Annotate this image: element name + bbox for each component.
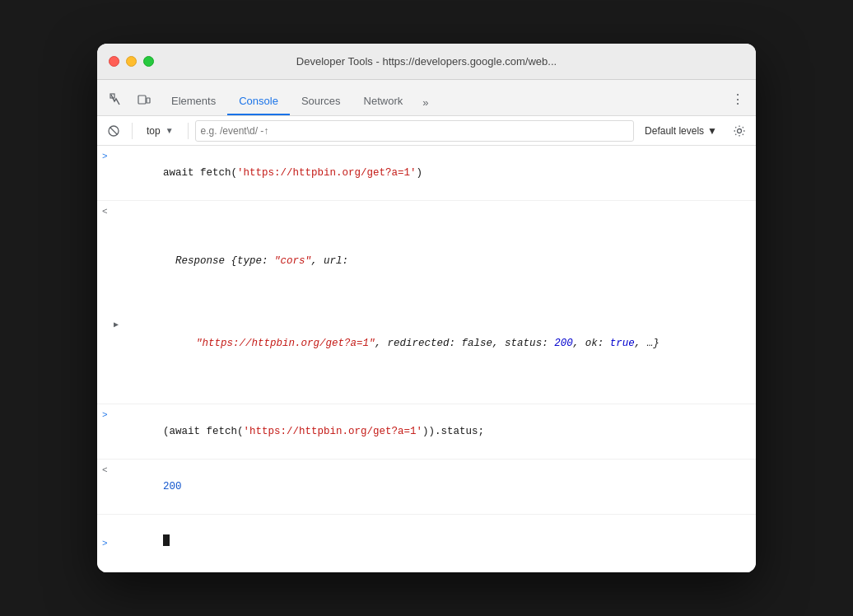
inspect-element-icon[interactable] (104, 87, 128, 112)
traffic-lights (109, 56, 154, 67)
console-live-input[interactable] (114, 518, 756, 568)
context-dropdown-arrow: ▼ (165, 126, 174, 135)
console-toolbar: top ▼ Default levels ▼ (97, 116, 756, 146)
console-row-4: < 200 (97, 460, 756, 515)
tab-more-button[interactable]: » (414, 90, 436, 115)
minimize-button[interactable] (126, 56, 137, 67)
response-line-2: ▶ "https://httpbin.org/get?a=1", redirec… (114, 319, 748, 368)
output-arrow-4: < (97, 462, 114, 478)
svg-point-5 (738, 128, 742, 133)
cursor (163, 534, 170, 546)
filter-input[interactable] (201, 125, 628, 137)
window-title: Developer Tools - https://developers.goo… (296, 55, 557, 68)
code-url-1: 'https://httpbin.org/get?a=1' (237, 167, 417, 179)
console-row-3: > (await fetch('https://httpbin.org/get?… (97, 404, 756, 460)
devtools-tabs-bar: Elements Console Sources Network » ⋮ (97, 80, 756, 116)
row-content-3: (await fetch('https://httpbin.org/get?a=… (114, 407, 756, 456)
input-arrow-3: > (97, 407, 114, 423)
console-row-2: < Response {type: "cors", url: ▶ "https:… (97, 201, 756, 404)
response-line-1: Response {type: "cors", url: (114, 236, 748, 286)
levels-selector[interactable]: Default levels ▼ (637, 120, 725, 142)
row-content-4: 200 (114, 462, 756, 511)
row-content-2: Response {type: "cors", url: ▶ "https://… (114, 203, 756, 401)
code-close-1: ) (417, 167, 423, 179)
toolbar-divider-1 (132, 123, 133, 139)
title-bar: Developer Tools - https://developers.goo… (97, 44, 756, 80)
svg-line-4 (110, 127, 118, 134)
maximize-button[interactable] (143, 56, 154, 67)
context-value: top (147, 125, 161, 137)
console-input-row[interactable]: > (97, 515, 756, 572)
tab-elements[interactable]: Elements (160, 88, 227, 115)
input-arrow-1: > (97, 148, 114, 165)
devtools-window: Developer Tools - https://developers.goo… (97, 44, 756, 572)
expand-arrow-icon[interactable]: ▶ (114, 319, 119, 332)
tabs-list: Elements Console Sources Network » (160, 88, 726, 115)
code-await-1: await (163, 167, 200, 179)
clear-console-button[interactable] (102, 119, 125, 142)
toolbar-divider-2 (188, 123, 189, 139)
prompt-arrow: > (97, 535, 114, 552)
devtools-menu-icon[interactable]: ⋮ (726, 87, 749, 110)
output-arrow-2: < (97, 203, 114, 220)
tab-network[interactable]: Network (352, 88, 415, 115)
context-selector[interactable]: top ▼ (139, 120, 181, 142)
close-button[interactable] (109, 56, 119, 67)
svg-rect-1 (138, 96, 146, 104)
tab-sources[interactable]: Sources (290, 88, 352, 115)
svg-rect-2 (147, 98, 150, 103)
settings-button[interactable] (728, 119, 751, 142)
code-fetch-1: fetch( (200, 167, 237, 179)
row-content-1: await fetch('https://httpbin.org/get?a=1… (114, 148, 756, 198)
device-toolbar-icon[interactable] (132, 87, 156, 112)
tab-console[interactable]: Console (227, 88, 290, 115)
filter-input-wrap (195, 120, 634, 142)
console-row-1: > await fetch('https://httpbin.org/get?a… (97, 146, 756, 201)
console-output[interactable]: > await fetch('https://httpbin.org/get?a… (97, 146, 756, 572)
levels-arrow: ▼ (707, 125, 717, 137)
levels-label: Default levels (645, 125, 704, 137)
